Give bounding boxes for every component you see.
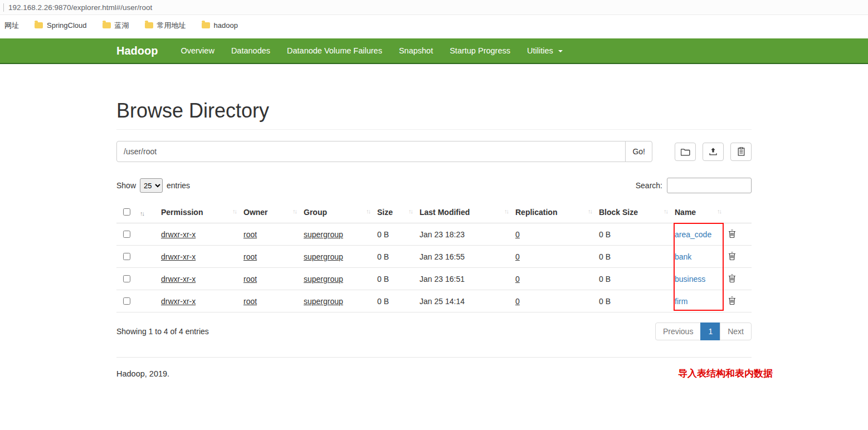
nav-item-startup-progress[interactable]: Startup Progress [441,38,519,63]
directory-path-input[interactable] [116,141,626,162]
delete-button[interactable] [728,274,736,284]
blocksize-cell: 0 B [594,290,670,312]
table-row: drwxr-xr-x root supergroup 0 B Jan 23 18… [116,223,752,246]
show-label: Show [116,181,136,190]
blocksize-cell: 0 B [594,223,670,246]
owner-link[interactable]: root [243,275,257,284]
table-row: drwxr-xr-x root supergroup 0 B Jan 23 16… [116,246,752,268]
table-row: drwxr-xr-x root supergroup 0 B Jan 23 16… [116,268,752,290]
table-row: drwxr-xr-x root supergroup 0 B Jan 25 14… [116,290,752,312]
replication-link[interactable]: 0 [515,230,520,239]
search-input[interactable] [667,178,752,193]
folder-icon [35,22,43,28]
nav-item-utilities[interactable]: Utilities [519,38,571,63]
col-header-permission[interactable]: Permission ↑↓ [157,201,239,223]
col-header-name[interactable]: Name ↑↓ [670,201,724,223]
bookmark-item[interactable]: 常用地址 [145,21,186,31]
group-link[interactable]: supergroup [304,230,343,239]
name-link[interactable]: firm [675,297,687,306]
col-header-group[interactable]: Group ↑↓ [299,201,373,223]
col-header-replication[interactable]: Replication ↑↓ [511,201,594,223]
nav-item-datanode-volume-failures[interactable]: Datanode Volume Failures [279,38,391,63]
brand-hadoop[interactable]: Hadoop [116,45,158,57]
col-header-last-modified[interactable]: Last Modified ↑↓ [415,201,511,223]
trash-icon [728,298,736,306]
select-all-checkbox[interactable] [123,208,130,216]
hadoop-navbar: Hadoop Overview Datanodes Datanode Volum… [0,38,868,64]
col-header-actions [724,201,752,223]
nav-item-snapshot[interactable]: Snapshot [391,38,441,63]
owner-link[interactable]: root [243,297,257,306]
create-directory-button[interactable] [675,143,696,161]
group-link[interactable]: supergroup [304,275,343,284]
row-checkbox[interactable] [123,297,130,305]
bookmark-label: 常用地址 [157,21,186,31]
permission-link[interactable]: drwxr-xr-x [161,297,196,306]
page-title: Browse Directory [116,99,752,130]
folder-icon [681,148,690,156]
blocksize-cell: 0 B [594,268,670,290]
entries-per-page-select[interactable]: 25 [140,178,163,193]
row-checkbox[interactable] [123,275,130,282]
name-link[interactable]: business [675,275,705,284]
sort-icon: ↑↓ [292,208,296,214]
upload-icon [709,147,718,156]
bookmark-label: hadoop [214,21,238,30]
path-input-group: Go! [116,141,652,162]
col-header-block-size[interactable]: Block Size ↑↓ [594,201,670,223]
clipboard-icon [737,147,745,156]
col-header-size[interactable]: Size ↑↓ [373,201,415,223]
bookmark-item[interactable]: SpringCloud [35,21,87,30]
page-1-button[interactable]: 1 [700,322,720,340]
permission-link[interactable]: drwxr-xr-x [161,230,196,239]
bookmark-item[interactable]: hadoop [202,21,238,30]
showing-entries-text: Showing 1 to 4 of 4 entries [116,327,209,336]
col-header-select[interactable]: ↑↓ [116,201,157,223]
url-text[interactable]: 192.168.2.26:9870/explorer.html#/user/ro… [8,3,152,12]
delete-button[interactable] [728,229,736,240]
permission-link[interactable]: drwxr-xr-x [161,252,196,261]
owner-link[interactable]: root [243,252,257,261]
modified-cell: Jan 23 18:23 [415,223,511,246]
sort-icon: ↑↓ [717,208,721,214]
bookmark-label: SpringCloud [47,21,87,30]
replication-link[interactable]: 0 [515,252,520,261]
previous-page-button[interactable]: Previous [655,322,701,340]
upload-files-button[interactable] [703,143,724,161]
footer-divider [116,357,752,358]
replication-link[interactable]: 0 [515,275,520,284]
row-checkbox[interactable] [123,253,130,260]
folder-icon [202,22,210,28]
group-link[interactable]: supergroup [304,252,343,261]
nav-item-overview[interactable]: Overview [172,38,222,63]
bookmark-item[interactable]: 网址 [4,21,19,31]
browser-address-bar: 192.168.2.26:9870/explorer.html#/user/ro… [0,0,868,15]
name-link[interactable]: bank [675,252,691,261]
col-header-owner[interactable]: Owner ↑↓ [239,201,299,223]
next-page-button[interactable]: Next [720,322,752,340]
delete-button[interactable] [728,252,736,262]
sort-icon: ↑↓ [504,208,508,214]
cut-paste-button[interactable] [730,143,752,161]
bookmark-item[interactable]: 蓝湖 [103,21,129,31]
bookmark-label: 网址 [4,21,19,31]
annotation-text: 导入表结构和表内数据 [678,367,773,380]
permission-link[interactable]: drwxr-xr-x [161,275,196,284]
delete-button[interactable] [728,296,736,306]
sort-icon: ↑↓ [140,210,144,217]
sort-icon: ↑↓ [366,208,370,214]
nav-item-label: Utilities [527,46,553,55]
nav-item-datanodes[interactable]: Datanodes [223,38,279,63]
modified-cell: Jan 23 16:51 [415,268,511,290]
owner-link[interactable]: root [243,230,257,239]
chevron-down-icon [558,50,563,52]
go-button[interactable]: Go! [625,141,652,162]
replication-link[interactable]: 0 [515,297,520,306]
sort-icon: ↑↓ [588,208,592,214]
name-link[interactable]: area_code [675,230,711,239]
divider [3,3,4,12]
row-checkbox[interactable] [123,231,130,238]
sort-icon: ↑↓ [408,208,412,214]
group-link[interactable]: supergroup [304,297,343,306]
pagination: Previous 1 Next [656,322,752,340]
